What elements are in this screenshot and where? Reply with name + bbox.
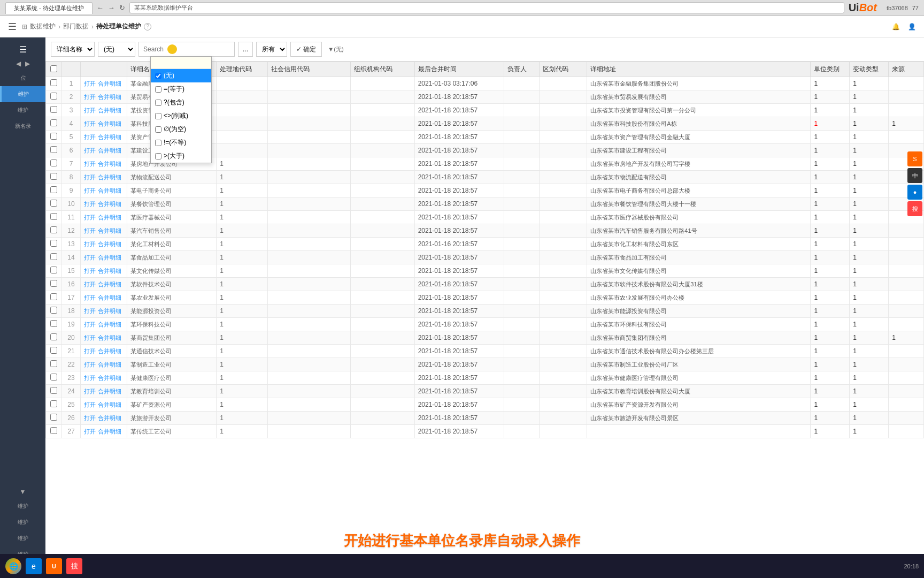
- col-header-credit-code[interactable]: 社会信用代码: [267, 62, 350, 77]
- browser-nav-refresh[interactable]: ↻: [119, 4, 125, 12]
- dropdown-item-contains[interactable]: ?(包含): [151, 96, 211, 109]
- action-link[interactable]: 打开: [84, 241, 96, 247]
- action-link[interactable]: 合并明细: [98, 147, 121, 154]
- sidebar-item-maint1[interactable]: 维护: [0, 498, 45, 514]
- row-checkbox[interactable]: [50, 79, 57, 86]
- sidebar-item-3[interactable]: 维护: [0, 102, 45, 118]
- row-checkbox[interactable]: [50, 374, 57, 381]
- dropdown-item-equals[interactable]: =(等于): [151, 82, 211, 96]
- action-link[interactable]: 合并明细: [98, 294, 121, 301]
- action-link[interactable]: 打开: [84, 334, 96, 341]
- action-link[interactable]: 合并明细: [98, 268, 121, 274]
- field-select[interactable]: 详细名称: [51, 42, 95, 57]
- browser-nav-back[interactable]: ←: [97, 4, 104, 12]
- col-header-merge-time[interactable]: 最后合并时间: [414, 62, 504, 77]
- col-header-source[interactable]: 来源: [889, 62, 924, 77]
- row-checkbox[interactable]: [50, 427, 57, 434]
- sidebar-item-2[interactable]: 维护: [0, 86, 45, 102]
- action-link[interactable]: 打开: [84, 187, 96, 194]
- row-checkbox[interactable]: [50, 360, 57, 367]
- col-header-district[interactable]: 区划代码: [539, 62, 587, 77]
- sidebar-item-maint3[interactable]: 维护: [0, 530, 45, 546]
- action-link[interactable]: 打开: [84, 227, 96, 234]
- taskbar-uibot-icon[interactable]: U: [46, 558, 62, 574]
- action-link[interactable]: 打开: [84, 201, 96, 207]
- action-link[interactable]: 打开: [84, 120, 96, 127]
- row-checkbox[interactable]: [50, 159, 57, 166]
- row-checkbox[interactable]: [50, 400, 57, 407]
- row-checkbox[interactable]: [50, 119, 57, 126]
- dropdown-filter-input[interactable]: [151, 57, 211, 69]
- action-link[interactable]: 合并明细: [98, 227, 121, 234]
- row-checkbox[interactable]: [50, 333, 57, 340]
- col-header-proc-code[interactable]: 处理地代码: [217, 62, 268, 77]
- browser-tab-active[interactable]: 某某系统 - 待处理单位维护: [5, 2, 93, 14]
- breadcrumb-data-maint[interactable]: 数据维护: [30, 22, 56, 31]
- action-link[interactable]: 合并明细: [98, 120, 121, 127]
- action-link[interactable]: 合并明细: [98, 214, 121, 220]
- action-link[interactable]: 合并明细: [98, 107, 121, 113]
- action-link[interactable]: 合并明细: [98, 281, 121, 287]
- action-link[interactable]: 合并明细: [98, 187, 121, 194]
- dropdown-item-empty[interactable]: ∅(为空): [151, 123, 211, 136]
- scope-select[interactable]: 所有: [256, 42, 287, 57]
- sidebar-nav-left[interactable]: ◀: [16, 60, 21, 67]
- col-header-change-type[interactable]: 变动类型: [850, 62, 889, 77]
- float-icon-3[interactable]: ●: [907, 185, 922, 200]
- row-checkbox[interactable]: [50, 267, 57, 273]
- row-checkbox[interactable]: [50, 226, 57, 233]
- action-link[interactable]: 合并明细: [98, 134, 121, 140]
- row-checkbox[interactable]: [50, 133, 57, 140]
- action-link[interactable]: 合并明细: [98, 94, 121, 100]
- help-icon[interactable]: ?: [144, 23, 151, 31]
- action-link[interactable]: 合并明细: [98, 361, 121, 368]
- row-checkbox[interactable]: [50, 307, 57, 314]
- float-icon-2[interactable]: 中: [907, 168, 922, 183]
- row-checkbox[interactable]: [50, 414, 57, 421]
- row-checkbox[interactable]: [50, 347, 57, 354]
- notification-icon[interactable]: 🔔: [892, 23, 900, 31]
- action-link[interactable]: 打开: [84, 308, 96, 314]
- action-link[interactable]: 合并明细: [98, 321, 121, 328]
- action-link[interactable]: 打开: [84, 401, 96, 408]
- action-link[interactable]: 打开: [84, 388, 96, 394]
- action-link[interactable]: 打开: [84, 147, 96, 154]
- action-link[interactable]: 合并明细: [98, 174, 121, 180]
- row-checkbox[interactable]: [50, 173, 57, 180]
- action-link[interactable]: 打开: [84, 415, 96, 421]
- browser-nav-forward[interactable]: →: [108, 4, 115, 12]
- row-checkbox[interactable]: [50, 293, 57, 300]
- row-checkbox[interactable]: [50, 240, 57, 247]
- row-checkbox[interactable]: [50, 186, 57, 193]
- action-link[interactable]: 合并明细: [98, 334, 121, 341]
- col-header-org-code[interactable]: 组织机构代码: [351, 62, 414, 77]
- row-checkbox[interactable]: [50, 280, 57, 287]
- action-link[interactable]: 打开: [84, 321, 96, 328]
- action-link[interactable]: 打开: [84, 428, 96, 435]
- col-header-address[interactable]: 详细地址: [587, 62, 811, 77]
- taskbar-sogou-icon[interactable]: 搜: [66, 558, 82, 574]
- action-link[interactable]: 合并明细: [98, 401, 121, 408]
- action-link[interactable]: 打开: [84, 134, 96, 140]
- action-link[interactable]: 打开: [84, 214, 96, 220]
- dropdown-item-notequal2[interactable]: !=(不等): [151, 136, 211, 149]
- sidebar-item-4[interactable]: 新名录: [0, 118, 45, 134]
- col-header-unit-type[interactable]: 单位类别: [811, 62, 850, 77]
- confirm-btn[interactable]: ✓ 确定: [290, 42, 322, 57]
- row-checkbox[interactable]: [50, 253, 57, 260]
- action-link[interactable]: 打开: [84, 254, 96, 261]
- user-icon[interactable]: 👤: [908, 23, 916, 31]
- action-link[interactable]: 合并明细: [98, 254, 121, 261]
- sidebar-item-1[interactable]: 位: [0, 70, 45, 86]
- float-icon-1[interactable]: S: [907, 151, 922, 166]
- action-link[interactable]: 打开: [84, 268, 96, 274]
- sidebar-collapse-btn[interactable]: ☰: [0, 42, 45, 57]
- row-checkbox[interactable]: [50, 387, 57, 394]
- action-link[interactable]: 合并明细: [98, 161, 121, 167]
- taskbar-chrome-icon[interactable]: 🌐: [5, 558, 21, 574]
- action-link[interactable]: 合并明细: [98, 415, 121, 421]
- action-link[interactable]: 合并明细: [98, 201, 121, 207]
- row-checkbox[interactable]: [50, 213, 57, 220]
- action-link[interactable]: 打开: [84, 361, 96, 368]
- action-link[interactable]: 打开: [84, 161, 96, 167]
